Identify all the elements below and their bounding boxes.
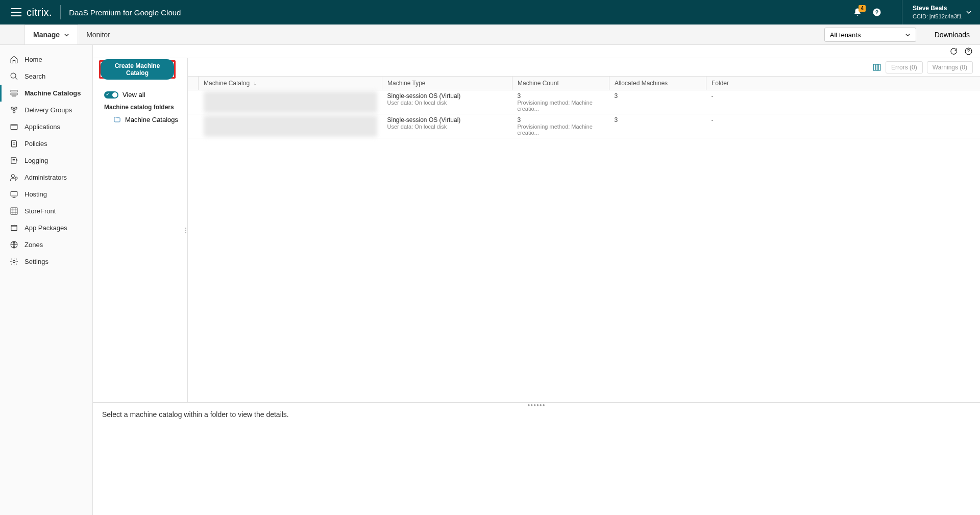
svg-rect-9 — [11, 158, 16, 163]
sidebar-item-administrators[interactable]: Administrators — [0, 169, 92, 186]
table-row[interactable]: Single-session OS (Virtual) User data: O… — [188, 114, 980, 138]
sidebar-item-label: App Packages — [24, 224, 67, 232]
detail-panel: ●●●●●● Select a machine catalog within a… — [93, 403, 980, 515]
sidebar-item-label: Settings — [24, 258, 48, 265]
user-menu[interactable]: Steve Beals CCID: jnt512c4a3f1 — [902, 0, 972, 24]
tab-monitor[interactable]: Monitor — [78, 24, 118, 44]
cell-allocated: 3 — [609, 90, 706, 114]
delivery-groups-icon — [9, 106, 18, 114]
svg-text:?: ? — [875, 9, 878, 15]
view-all-toggle-row: ✓ View all — [104, 91, 179, 99]
downloads-label: Downloads — [935, 31, 970, 39]
svg-point-11 — [15, 177, 17, 179]
create-machine-catalog-button[interactable]: Create Machine Catalog — [101, 59, 174, 80]
catalogs-icon — [9, 89, 18, 97]
logo-section: citrix. DaaS Premium for Google Cloud — [27, 5, 181, 19]
chevron-down-icon — [966, 9, 972, 15]
detail-empty-text: Select a machine catalog within a folder… — [102, 410, 289, 419]
sidebar-item-applications[interactable]: Applications — [0, 118, 92, 135]
logo-divider — [60, 5, 61, 19]
errors-filter-button[interactable]: Errors (0) — [886, 61, 923, 73]
cell-machine-type: Single-session OS (Virtual) User data: O… — [382, 90, 512, 114]
column-header-folder[interactable]: Folder — [706, 77, 981, 90]
svg-rect-3 — [11, 90, 17, 92]
refresh-icon[interactable] — [949, 47, 958, 56]
help-icon[interactable]: ? — [872, 8, 881, 17]
sidebar-item-storefront[interactable]: StoreFront — [0, 203, 92, 219]
sidebar: Home Search Machine Catalogs Delivery Gr… — [0, 45, 93, 515]
highlight-annotation: Create Machine Catalog — [99, 60, 176, 79]
policies-icon — [9, 139, 18, 148]
folder-tree-item[interactable]: Machine Catalogs — [97, 114, 183, 126]
sidebar-item-home[interactable]: Home — [0, 51, 92, 68]
svg-rect-12 — [11, 192, 17, 197]
notification-badge: 4 — [859, 5, 866, 12]
svg-rect-8 — [11, 125, 17, 130]
svg-point-2 — [11, 73, 16, 78]
column-header-allocated-machines[interactable]: Allocated Machines — [609, 77, 706, 90]
downloads-link[interactable]: Downloads — [924, 24, 980, 44]
cell-folder: - — [706, 114, 981, 138]
cell-machine-type: Single-session OS (Virtual) User data: O… — [382, 114, 512, 138]
column-label: Allocated Machines — [615, 80, 668, 87]
applications-icon — [9, 122, 18, 131]
administrators-icon — [9, 173, 18, 182]
cell-folder: - — [706, 90, 981, 114]
storefront-icon — [9, 207, 18, 215]
svg-rect-18 — [873, 64, 875, 70]
table-area: Errors (0) Warnings (0) Machine Catalog … — [188, 58, 980, 402]
notifications-bell-icon[interactable]: 4 — [853, 8, 862, 17]
home-icon — [9, 55, 18, 64]
panel-resize-handle[interactable]: ●●●●●● — [528, 403, 546, 407]
citrix-logo: citrix. — [27, 7, 52, 18]
user-ccid: CCID: jnt512c4a3f1 — [913, 13, 962, 20]
sidebar-item-label: Applications — [24, 123, 60, 131]
sidebar-item-machine-catalogs[interactable]: Machine Catalogs — [0, 85, 92, 102]
sidebar-item-label: Hosting — [24, 190, 47, 198]
sidebar-item-logging[interactable]: Logging — [0, 152, 92, 169]
tab-manage[interactable]: Manage — [24, 24, 78, 44]
svg-point-5 — [11, 107, 13, 109]
logging-icon — [9, 156, 18, 165]
column-header-machine-type[interactable]: Machine Type — [382, 77, 512, 90]
sort-down-icon: ↓ — [253, 80, 256, 87]
columns-config-icon[interactable] — [872, 63, 881, 72]
tab-monitor-label: Monitor — [86, 31, 110, 39]
help-icon[interactable] — [964, 47, 973, 56]
sidebar-item-label: Home — [24, 56, 42, 63]
sidebar-item-label: Logging — [24, 157, 48, 164]
cell-catalog-name-redacted — [199, 90, 382, 114]
sidebar-item-policies[interactable]: Policies — [0, 135, 92, 152]
svg-rect-13 — [11, 208, 17, 214]
column-label: Folder — [712, 80, 729, 87]
catalogs-table: Machine Catalog ↓ Machine Type Machine C… — [188, 77, 980, 138]
column-label: Machine Type — [387, 80, 426, 87]
column-label: Machine Count — [518, 80, 559, 87]
sidebar-item-label: Administrators — [24, 174, 67, 181]
folder-panel: Create Machine Catalog ✓ View all Machin… — [93, 58, 188, 402]
tenant-selected-label: All tenants — [830, 31, 861, 39]
sidebar-item-app-packages[interactable]: App Packages — [0, 219, 92, 236]
table-row[interactable]: Single-session OS (Virtual) User data: O… — [188, 90, 980, 114]
svg-rect-14 — [11, 226, 16, 231]
folder-icon — [113, 116, 121, 124]
folder-item-label: Machine Catalogs — [125, 116, 178, 124]
hamburger-menu-icon[interactable] — [8, 8, 24, 16]
folders-header: Machine catalog folders — [104, 104, 179, 111]
view-all-toggle[interactable]: ✓ — [104, 91, 118, 99]
sidebar-item-search[interactable]: Search — [0, 68, 92, 85]
chevron-down-icon — [905, 32, 911, 38]
column-header-machine-catalog[interactable]: Machine Catalog ↓ — [199, 77, 382, 90]
zones-icon — [9, 240, 18, 249]
column-header-machine-count[interactable]: Machine Count — [512, 77, 609, 90]
cell-allocated: 3 — [609, 114, 706, 138]
tenant-dropdown[interactable]: All tenants — [824, 28, 916, 42]
sidebar-item-label: Machine Catalogs — [24, 89, 81, 97]
sidebar-item-delivery-groups[interactable]: Delivery Groups — [0, 102, 92, 118]
tab-manage-label: Manage — [33, 31, 60, 39]
chevron-down-icon — [64, 32, 69, 38]
sidebar-item-settings[interactable]: Settings — [0, 253, 92, 270]
sidebar-item-zones[interactable]: Zones — [0, 236, 92, 253]
warnings-filter-button[interactable]: Warnings (0) — [927, 61, 973, 73]
sidebar-item-hosting[interactable]: Hosting — [0, 186, 92, 203]
